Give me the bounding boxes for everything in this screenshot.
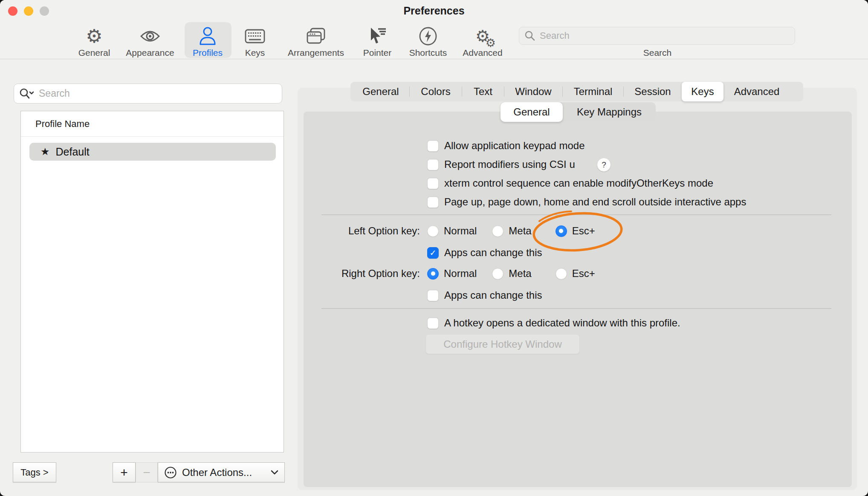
right-option-normal-radio[interactable] [427, 268, 439, 280]
toolbar-item-appearance[interactable]: Appearance [118, 25, 182, 58]
toolbar-item-advanced[interactable]: ⚙ ⚙ Advanced [451, 25, 515, 58]
checkbox-row: Apps can change this [427, 288, 542, 302]
left-option-meta-radio[interactable] [492, 225, 503, 237]
right-option-meta-radio[interactable] [492, 268, 503, 280]
hotkey-window-checkbox[interactable] [427, 317, 439, 329]
toolbar-item-arrangements[interactable]: Arrangements [284, 25, 348, 58]
page-scroll-checkbox[interactable] [427, 196, 439, 208]
keyboard-icon [245, 26, 265, 47]
radio-group: Normal Meta Esc+ [427, 225, 595, 237]
remove-profile-button[interactable]: − [136, 462, 158, 482]
checkbox-row: A hotkey opens a dedicated window with t… [427, 316, 680, 330]
checkbox-row: Apps can change this [427, 246, 542, 260]
tab-terminal[interactable]: Terminal [563, 83, 623, 100]
right-apps-change-checkbox[interactable] [427, 290, 439, 301]
search-icon [524, 30, 535, 41]
eye-icon [140, 26, 160, 47]
subtab-general[interactable]: General [501, 102, 563, 122]
tab-advanced[interactable]: Advanced [723, 83, 790, 100]
other-actions-label: Other Actions... [182, 467, 252, 479]
help-button[interactable]: ? [597, 158, 611, 172]
toolbar: Preferences ⚙ General Appearance [0, 0, 868, 59]
left-apps-change-checkbox[interactable] [427, 247, 439, 259]
checkbox-row: Page up, page down, home and end scroll … [427, 195, 746, 209]
allow-keypad-checkbox[interactable] [427, 140, 439, 152]
divider [321, 308, 831, 309]
other-actions-dropdown[interactable]: Other Actions... [158, 462, 285, 482]
profile-search-field[interactable] [14, 84, 282, 104]
tab-colors[interactable]: Colors [410, 83, 462, 100]
tab-general[interactable]: General [352, 83, 409, 100]
chevron-down-icon [271, 470, 278, 475]
circle-ellipsis-icon [164, 466, 177, 479]
bolt-circle-icon [419, 26, 437, 47]
tab-keys[interactable]: Keys [682, 82, 723, 101]
divider [321, 214, 831, 215]
toolbar-search-field[interactable] [519, 27, 795, 45]
tab-window[interactable]: Window [504, 83, 562, 100]
window-title: Preferences [0, 5, 868, 17]
left-option-normal-radio[interactable] [427, 225, 439, 237]
keys-subtabbar: General Key Mappings [501, 102, 656, 122]
profile-row-default[interactable]: ★ Default [29, 143, 276, 161]
toolbar-item-general[interactable]: ⚙ General [62, 25, 126, 58]
checkbox-row: Report modifiers using CSI u [427, 158, 575, 171]
modify-other-keys-checkbox[interactable] [427, 178, 439, 189]
gear-icon: ⚙ [86, 26, 102, 47]
tab-text[interactable]: Text [462, 83, 504, 100]
preferences-window: Preferences ⚙ General Appearance [0, 0, 868, 496]
profile-search-input[interactable] [39, 88, 277, 99]
left-option-esc-radio[interactable] [556, 225, 567, 237]
toolbar-item-keys[interactable]: Keys [223, 25, 287, 58]
checkbox-row: xterm control sequence can enable modify… [427, 176, 713, 190]
star-icon: ★ [41, 146, 50, 158]
add-profile-button[interactable]: + [113, 462, 136, 482]
keys-settings-panel [304, 112, 852, 487]
left-option-label: Left Option key: [273, 225, 420, 237]
right-option-row: Right Option key: Normal Meta Esc+ [273, 266, 595, 281]
configure-hotkey-window-button[interactable]: Configure Hotkey Window [425, 334, 580, 354]
profile-name: Default [56, 146, 90, 158]
profile-list-header: Profile Name [21, 111, 284, 137]
radio-group: Normal Meta Esc+ [427, 268, 595, 280]
right-option-label: Right Option key: [273, 268, 420, 280]
profile-tabbar: General Colors Text Window Terminal Sess… [350, 82, 803, 101]
profile-list-panel: Profile Name ★ Default [20, 111, 284, 453]
left-option-row: Left Option key: Normal Meta Esc+ [273, 224, 595, 238]
checkbox-row: Allow application keypad mode [427, 139, 585, 153]
tab-session[interactable]: Session [624, 83, 682, 100]
search-scope-icon [19, 88, 35, 100]
gears-icon: ⚙ ⚙ [475, 26, 490, 47]
cursor-icon [368, 26, 387, 47]
subtab-key-mappings[interactable]: Key Mappings [563, 102, 656, 122]
tags-button[interactable]: Tags > [13, 462, 56, 482]
person-icon [199, 26, 217, 47]
windows-icon [306, 26, 326, 47]
toolbar-search-input[interactable] [540, 30, 790, 41]
right-option-esc-radio[interactable] [556, 268, 567, 280]
csi-u-checkbox[interactable] [427, 159, 439, 170]
toolbar-search-caption: Search [615, 48, 700, 58]
